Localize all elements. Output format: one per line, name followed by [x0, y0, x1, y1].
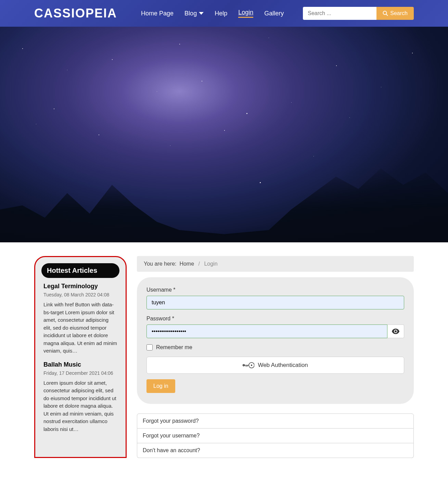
password-label: Password * — [146, 316, 404, 322]
key-icon — [243, 362, 254, 369]
breadcrumb-prefix: You are here: — [144, 261, 176, 267]
forgot-username-link[interactable]: Forgot your username? — [137, 429, 414, 443]
article-body: Link with href Button with data-bs-targe… — [43, 301, 117, 355]
breadcrumb-current: Login — [204, 261, 217, 267]
svg-line-1 — [386, 14, 388, 16]
sidebar-hottest-articles: Hottest Articles Legal Terminology Tuesd… — [34, 256, 127, 458]
article-item: Ballah Music Friday, 17 December 2021 04… — [41, 361, 119, 433]
nav-home[interactable]: Home Page — [141, 10, 174, 17]
article-date: Tuesday, 08 March 2022 04:08 — [43, 292, 117, 297]
login-button[interactable]: Log in — [146, 379, 175, 393]
sidebar-title: Hottest Articles — [41, 263, 119, 278]
breadcrumb-separator: / — [199, 261, 200, 267]
search-button-label: Search — [390, 10, 408, 16]
main-nav: Home Page Blog Help Login Gallery — [141, 9, 284, 18]
nav-gallery[interactable]: Gallery — [264, 10, 284, 17]
nav-login[interactable]: Login — [238, 9, 253, 18]
username-input[interactable] — [146, 296, 404, 309]
article-item: Legal Terminology Tuesday, 08 March 2022… — [41, 283, 119, 355]
eye-icon — [392, 329, 399, 334]
search-input[interactable] — [303, 7, 376, 20]
forgot-password-link[interactable]: Forgot your password? — [137, 413, 414, 429]
hero-image — [0, 27, 448, 242]
password-input[interactable] — [146, 324, 387, 338]
search-button[interactable]: Search — [376, 7, 414, 20]
svg-point-0 — [383, 11, 387, 15]
breadcrumb: You are here: Home / Login — [137, 256, 414, 272]
create-account-link[interactable]: Don't have an account? — [137, 443, 414, 458]
login-form: Username * Password * Remember me Web Au… — [137, 277, 414, 404]
remember-checkbox[interactable] — [146, 344, 153, 351]
svg-point-3 — [251, 365, 252, 366]
remember-label: Remember me — [156, 344, 192, 351]
chevron-down-icon — [199, 12, 204, 15]
toggle-password-button[interactable] — [387, 324, 404, 338]
article-title[interactable]: Ballah Music — [43, 361, 117, 368]
article-title[interactable]: Legal Terminology — [43, 283, 117, 290]
webauthn-button[interactable]: Web Authentication — [146, 357, 404, 374]
nav-blog[interactable]: Blog — [184, 10, 204, 17]
help-links: Forgot your password? Forgot your userna… — [137, 413, 414, 458]
article-date: Friday, 17 December 2021 04:06 — [43, 370, 117, 376]
nav-blog-label: Blog — [184, 10, 197, 17]
webauthn-label: Web Authentication — [258, 362, 308, 369]
breadcrumb-home[interactable]: Home — [179, 261, 194, 267]
site-logo[interactable]: CASSIOPEIA — [34, 6, 117, 21]
nav-help[interactable]: Help — [215, 10, 227, 17]
article-body: Lorem ipsum dolor sit amet, consectetur … — [43, 379, 117, 433]
username-label: Username * — [146, 287, 404, 293]
search-icon — [383, 11, 388, 16]
